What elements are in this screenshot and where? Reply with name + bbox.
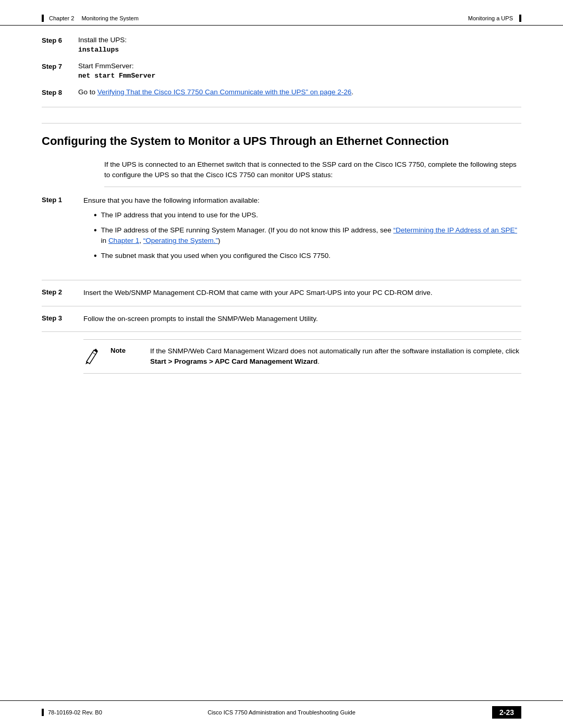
section-intro: If the UPS is connected to an Ethernet s… [104,159,521,188]
step-8-link[interactable]: Verifying That the Cisco ICS 7750 Can Co… [97,88,352,96]
bullet-2-link[interactable]: “Determining the IP Address of an SPE” [393,226,517,234]
header-right: Monitoring a UPS [468,15,521,22]
page: Chapter 2 Monitoring the System Monitori… [0,0,563,728]
bullet-3-text: The subnet mask that you used when you c… [101,251,331,261]
bullet-2-text: The IP address of the SPE running System… [101,225,521,246]
footer-left: 78-10169-02 Rev. B0 [42,709,102,716]
step-2-content: Insert the Web/SNMP Management CD-ROM th… [83,288,521,298]
step-8-row: Step 8 Go to Verifying That the Cisco IC… [42,88,521,107]
bullet-2: • The IP address of the SPE running Syst… [94,225,521,246]
bullet-dot-1: • [94,210,97,221]
header-left: Chapter 2 Monitoring the System [42,15,139,22]
note-content: If the SNMP/Web Card Management Wizard d… [150,346,519,367]
step-3-label: Step 3 [42,314,83,322]
step-1-label: Step 1 [42,195,83,204]
step-7-row: Step 7 Start FmmServer: net start FmmSer… [42,62,521,80]
section-heading: Configuring the System to Monitor a UPS … [42,123,521,149]
step-7-label: Step 7 [42,62,78,70]
bullet-dot-2: • [94,225,97,236]
step-6-content: Install the UPS: installups [78,36,521,54]
step-6-row: Step 6 Install the UPS: installups [42,36,521,54]
header-right-title: Monitoring a UPS [468,15,513,21]
note-bold-text: Start > Programs > APC Card Management W… [150,357,317,365]
step-7-content: Start FmmServer: net start FmmServer [78,62,521,80]
top-steps-section: Step 6 Install the UPS: installups Step … [42,36,521,107]
step-3-content: Follow the on-screen prompts to install … [83,314,521,324]
note-pencil-icon [83,346,102,367]
step-8-content: Go to Verifying That the Cisco ICS 7750 … [78,88,521,96]
step-1-area: Step 1 Ensure that you have the followin… [42,195,521,280]
header-right-bar [519,15,521,22]
footer-center: Cisco ICS 7750 Administration and Troubl… [207,709,356,715]
step-6-code: installups [78,46,521,54]
note-label: Note [111,346,142,354]
chapter-1-link[interactable]: Chapter 1 [108,237,139,244]
svg-line-0 [92,352,95,354]
page-footer: 78-10169-02 Rev. B0 Cisco ICS 7750 Admin… [0,700,563,728]
bullet-3: • The subnet mask that you used when you… [94,251,521,262]
step-7-code: net start FmmServer [78,72,521,80]
page-header: Chapter 2 Monitoring the System Monitori… [0,0,563,26]
step-6-text: Install the UPS: [78,36,127,44]
step-1-content: Ensure that you have the following infor… [83,195,521,265]
footer-doc-number: 78-10169-02 Rev. B0 [48,709,102,715]
bullet-1: • The IP address that you intend to use … [94,210,521,221]
main-steps: Step 1 Ensure that you have the followin… [42,195,521,374]
footer-left-bar [42,709,44,716]
note-section: Note If the SNMP/Web Card Management Wiz… [83,339,521,374]
header-chapter-title: Monitoring the System [81,15,138,21]
step-6-label: Step 6 [42,36,78,44]
step-1-bullet-list: • The IP address that you intend to use … [94,210,521,261]
operating-system-link[interactable]: “Operating the System.” [143,237,218,244]
step-2-row: Step 2 Insert the Web/SNMP Management CD… [42,288,521,306]
step-3-row: Step 3 Follow the on-screen prompts to i… [42,314,521,332]
footer-page-number: 2-23 [492,706,521,719]
step-1-row: Step 1 Ensure that you have the followin… [42,195,521,265]
bullet-1-text: The IP address that you intend to use fo… [101,210,258,220]
step-2-label: Step 2 [42,288,83,296]
main-content: Step 6 Install the UPS: installups Step … [0,26,563,421]
header-chapter-label: Chapter 2 [49,15,74,21]
step-8-label: Step 8 [42,88,78,96]
header-left-bar [42,15,44,22]
step-7-text: Start FmmServer: [78,62,134,70]
step-1-text: Ensure that you have the following infor… [83,196,260,204]
bullet-dot-3: • [94,251,97,262]
